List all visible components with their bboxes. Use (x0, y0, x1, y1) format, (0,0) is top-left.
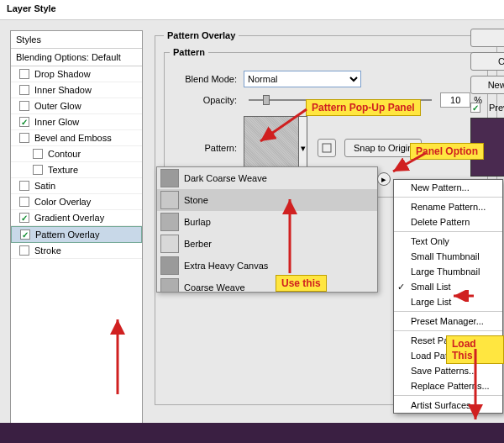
panel-title: Pattern Overlay (164, 30, 239, 40)
menu-separator (394, 231, 502, 232)
checkbox[interactable] (19, 133, 29, 143)
pattern-list-item[interactable]: Burlap (157, 211, 377, 233)
sidebar-item-texture[interactable]: Texture (11, 162, 142, 178)
styles-sidebar: Styles Blending Options: Default Drop Sh… (10, 30, 143, 424)
pattern-list-item[interactable]: Coarse Weave (157, 277, 377, 293)
pattern-group-label: Pattern (170, 47, 208, 57)
pattern-item-label: Stone (184, 195, 208, 205)
menu-item-large-list[interactable]: Large List (394, 294, 502, 309)
ok-button[interactable]: OK (470, 29, 504, 47)
sidebar-item-pattern-overlay[interactable]: Pattern Overlay (11, 226, 142, 243)
sidebar-item-label: Satin (34, 181, 55, 191)
opacity-handle[interactable] (263, 95, 270, 105)
menu-item-large-thumbnail[interactable]: Large Thumbnail (394, 264, 502, 279)
pattern-label: Pattern: (170, 143, 237, 153)
checkbox[interactable] (19, 181, 29, 191)
new-style-button[interactable]: New Style... (470, 76, 504, 94)
sidebar-item-label: Outer Glow (34, 101, 81, 111)
pattern-thumbnail (160, 278, 179, 293)
sidebar-item-label: Gradient Overlay (34, 213, 104, 223)
cancel-button[interactable]: Cancel (470, 52, 504, 71)
pattern-item-label: Extra Heavy Canvas (184, 261, 268, 271)
menu-separator (394, 395, 502, 396)
menu-separator (394, 197, 502, 198)
checkbox[interactable] (19, 197, 29, 207)
panel-options-menu: New Pattern...Rename Pattern...Delete Pa… (393, 179, 503, 414)
blend-mode-select[interactable]: Normal (244, 71, 361, 87)
pattern-item-label: Dark Coarse Weave (184, 173, 267, 183)
dialog-title: Layer Style (0, 0, 504, 20)
sidebar-item-stroke[interactable]: Stroke (11, 243, 142, 259)
sidebar-item-label: Bevel and Emboss (34, 133, 112, 143)
decorative-strip (0, 423, 504, 443)
sidebar-item-drop-shadow[interactable]: Drop Shadow (11, 66, 142, 82)
checkbox[interactable] (19, 117, 29, 127)
menu-item-text-only[interactable]: Text Only (394, 234, 502, 249)
checkbox[interactable] (19, 101, 29, 111)
menu-item-delete-pattern[interactable]: Delete Pattern (394, 214, 502, 229)
menu-item-small-thumbnail[interactable]: Small Thumbnail (394, 249, 502, 264)
pattern-popup-panel[interactable]: Dark Coarse WeaveStoneBurlapBerberExtra … (156, 166, 378, 293)
opacity-slider[interactable] (249, 99, 432, 101)
snap-to-origin-button[interactable]: Snap to Origin (344, 139, 422, 157)
svg-rect-0 (323, 144, 331, 152)
pattern-list-item[interactable]: Stone (157, 189, 377, 211)
sidebar-item-inner-shadow[interactable]: Inner Shadow (11, 82, 142, 98)
preview-thumbnail (470, 118, 504, 177)
sidebar-item-label: Color Overlay (34, 197, 91, 207)
menu-item-artist-surfaces[interactable]: Artist Surfaces (394, 398, 502, 413)
checkbox[interactable] (19, 69, 29, 79)
menu-item-reset-patterns[interactable]: Reset Patterns... (394, 333, 502, 348)
sidebar-item-outer-glow[interactable]: Outer Glow (11, 98, 142, 114)
pattern-item-label: Burlap (184, 217, 211, 227)
preview-checkbox[interactable] (470, 103, 480, 113)
pattern-thumbnail (160, 213, 179, 231)
menu-item-rename-pattern[interactable]: Rename Pattern... (394, 199, 502, 214)
pattern-list-item[interactable]: Dark Coarse Weave (157, 167, 377, 189)
sidebar-item-satin[interactable]: Satin (11, 178, 142, 194)
checkbox[interactable] (19, 245, 29, 256)
pattern-item-label: Coarse Weave (184, 282, 245, 293)
sidebar-item-label: Stroke (34, 245, 61, 256)
blend-options-header[interactable]: Blending Options: Default (11, 49, 142, 66)
pattern-thumbnail (160, 191, 179, 209)
menu-item-load-patterns[interactable]: Load Patterns... (394, 348, 502, 363)
pattern-thumbnail (160, 256, 179, 275)
opacity-label: Opacity: (170, 95, 237, 105)
checkbox[interactable] (19, 85, 29, 95)
menu-item-preset-manager[interactable]: Preset Manager... (394, 314, 502, 329)
checkbox[interactable] (20, 229, 30, 240)
menu-item-save-patterns[interactable]: Save Patterns... (394, 363, 502, 378)
sidebar-item-color-overlay[interactable]: Color Overlay (11, 194, 142, 210)
pattern-thumbnail (160, 169, 179, 187)
checkbox[interactable] (33, 149, 43, 159)
menu-item-new-pattern[interactable]: New Pattern... (394, 180, 502, 195)
sidebar-item-bevel-and-emboss[interactable]: Bevel and Emboss (11, 130, 142, 146)
new-preset-icon[interactable] (318, 139, 336, 157)
menu-item-replace-patterns[interactable]: Replace Patterns... (394, 378, 502, 393)
checkbox[interactable] (33, 165, 43, 175)
sidebar-item-label: Contour (48, 149, 81, 159)
sidebar-item-label: Drop Shadow (34, 69, 91, 79)
sidebar-item-label: Inner Glow (34, 117, 79, 127)
menu-separator (394, 330, 502, 331)
panel-options-icon[interactable]: ▸ (377, 172, 391, 186)
menu-item-small-list[interactable]: Small List (394, 279, 502, 294)
sidebar-item-gradient-overlay[interactable]: Gradient Overlay (11, 210, 142, 226)
styles-header[interactable]: Styles (11, 31, 142, 49)
pattern-thumbnail (160, 235, 179, 253)
opacity-value[interactable]: 10 (440, 92, 470, 108)
checkbox[interactable] (19, 213, 29, 223)
sidebar-item-contour[interactable]: Contour (11, 146, 142, 162)
sidebar-item-inner-glow[interactable]: Inner Glow (11, 114, 142, 130)
sidebar-item-label: Texture (48, 165, 78, 175)
pattern-list-item[interactable]: Extra Heavy Canvas (157, 255, 377, 277)
menu-separator (394, 311, 502, 312)
preview-label: Preview (489, 103, 504, 113)
sidebar-item-label: Inner Shadow (34, 85, 92, 95)
blend-mode-label: Blend Mode: (170, 74, 237, 84)
pattern-list-item[interactable]: Berber (157, 233, 377, 255)
pattern-item-label: Berber (184, 239, 212, 249)
sidebar-item-label: Pattern Overlay (35, 229, 99, 240)
